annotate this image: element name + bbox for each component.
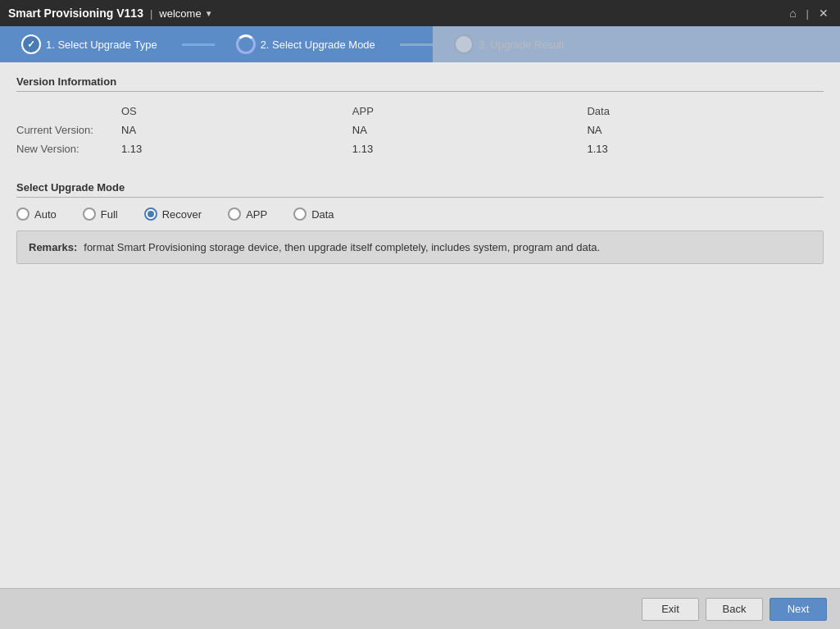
upgrade-mode-title: Select Upgrade Mode (16, 181, 824, 194)
remarks-text: format Smart Provisioning storage device… (84, 241, 600, 253)
col-header-app: APP (346, 102, 581, 121)
footer: Exit Back Next (0, 588, 840, 629)
titlebar-user: welcome ▼ (159, 7, 212, 20)
radio-app-circle (228, 207, 241, 221)
radio-recover[interactable]: Recover (144, 207, 202, 221)
radio-full[interactable]: Full (83, 207, 118, 221)
version-divider (16, 91, 824, 92)
current-data: NA (580, 121, 824, 139)
upgrade-mode-section: Select Upgrade Mode Auto Full Recover AP… (16, 181, 824, 264)
app-title: Smart Provisioning V113 (8, 7, 143, 20)
remarks-label: Remarks: (29, 241, 77, 253)
titlebar-sep1: | (150, 7, 152, 20)
connector-2 (400, 43, 433, 46)
version-table: OS APP Data Current Version: NA NA NA Ne… (16, 102, 824, 158)
current-os: NA (115, 121, 346, 139)
chevron-down-icon[interactable]: ▼ (205, 9, 213, 18)
radio-data-label: Data (311, 208, 334, 221)
wizard-bar: ✓ 1. Select Upgrade Type 2. Select Upgra… (0, 26, 840, 62)
user-label: welcome (159, 7, 201, 20)
current-version-label: Current Version: (16, 121, 115, 139)
radio-full-label: Full (101, 208, 118, 221)
upgrade-mode-divider (16, 197, 824, 198)
main-content: Version Information OS APP Data Current … (0, 62, 840, 588)
step1-inner: ✓ 1. Select Upgrade Type (11, 26, 170, 62)
radio-auto-circle (16, 207, 30, 221)
step2-label: 2. Select Upgrade Mode (261, 39, 375, 51)
step2-spinner (236, 34, 256, 54)
wizard-step-3: 3. Upgrade Result (433, 26, 840, 62)
exit-button[interactable]: Exit (642, 598, 699, 621)
step2-inner: 2. Select Upgrade Mode (226, 26, 388, 62)
titlebar-left: Smart Provisioning V113 | welcome ▼ (8, 7, 213, 20)
step1-label: 1. Select Upgrade Type (46, 39, 157, 51)
col-header-data: Data (580, 102, 824, 121)
close-button[interactable]: ✕ (815, 5, 832, 21)
radio-app[interactable]: APP (228, 207, 267, 221)
titlebar-right: ⌂ | ✕ (786, 5, 832, 21)
home-button[interactable]: ⌂ (786, 5, 799, 21)
version-section-title: Version Information (16, 75, 824, 88)
titlebar: Smart Provisioning V113 | welcome ▼ ⌂ | … (0, 0, 840, 26)
step3-inner: 3. Upgrade Result (444, 26, 578, 62)
radio-recover-circle (144, 207, 157, 221)
titlebar-sep2: | (806, 7, 809, 20)
radio-data-circle (293, 207, 306, 221)
current-version-row: Current Version: NA NA NA (16, 121, 824, 139)
version-section: Version Information OS APP Data Current … (16, 75, 824, 175)
radio-data[interactable]: Data (293, 207, 334, 221)
wizard-step-1: ✓ 1. Select Upgrade Type (0, 26, 182, 62)
new-version-row: New Version: 1.13 1.13 1.13 (16, 139, 824, 158)
back-button[interactable]: Back (706, 598, 763, 621)
radio-options-row: Auto Full Recover APP Data (16, 207, 824, 221)
new-data: 1.13 (580, 139, 824, 158)
remarks-box: Remarks: format Smart Provisioning stora… (16, 230, 824, 264)
col-header-empty (16, 102, 115, 121)
new-app: 1.13 (346, 139, 581, 158)
next-button[interactable]: Next (770, 598, 827, 621)
radio-recover-label: Recover (162, 208, 202, 221)
step3-circle (454, 34, 474, 54)
new-os: 1.13 (115, 139, 346, 158)
radio-auto[interactable]: Auto (16, 207, 57, 221)
current-app: NA (346, 121, 581, 139)
radio-full-circle (83, 207, 96, 221)
new-version-label: New Version: (16, 139, 115, 158)
step1-circle: ✓ (21, 34, 41, 54)
connector-1 (182, 43, 215, 46)
step1-check-icon: ✓ (27, 39, 35, 50)
col-header-os: OS (115, 102, 346, 121)
radio-app-label: APP (246, 208, 267, 221)
step3-label: 3. Upgrade Result (479, 39, 565, 51)
radio-auto-label: Auto (34, 208, 57, 221)
wizard-step-2: 2. Select Upgrade Mode (215, 26, 400, 62)
